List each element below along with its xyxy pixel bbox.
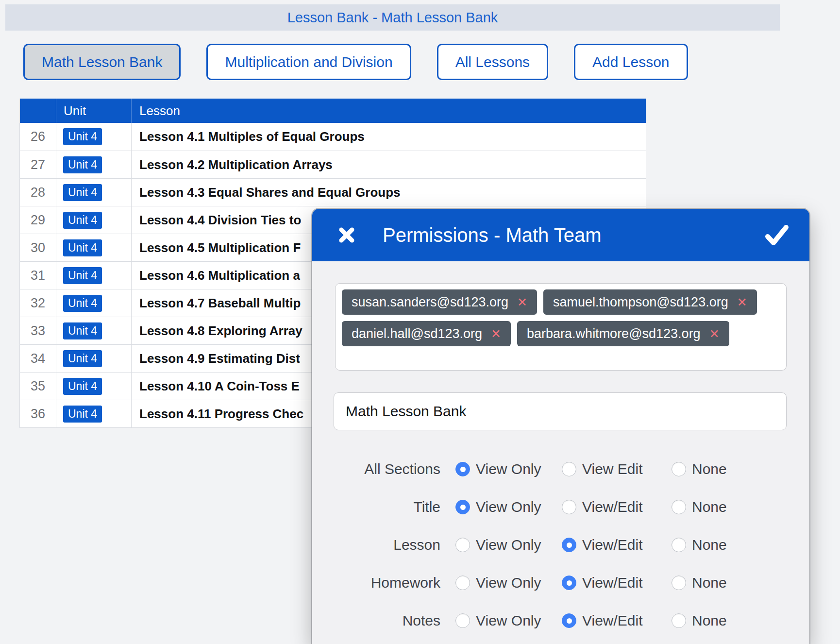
bank-name-input[interactable] — [334, 392, 787, 430]
unit-badge: Unit 4 — [63, 156, 102, 173]
permission-label: Lesson — [312, 537, 440, 553]
permission-option-title-none[interactable]: None — [672, 499, 727, 515]
unit-cell: Unit 4 — [56, 179, 132, 206]
lesson-title[interactable]: Lesson 4.3 Equal Shares and Equal Groups — [132, 179, 646, 206]
remove-email-icon[interactable]: ✕ — [491, 328, 501, 340]
permission-option-lesson-view-only[interactable]: View Only — [455, 537, 548, 553]
permission-option-lesson-none[interactable]: None — [672, 537, 727, 553]
permission-label: Title — [312, 499, 440, 515]
remove-email-icon[interactable]: ✕ — [737, 296, 747, 308]
row-number: 27 — [20, 151, 56, 178]
unit-cell: Unit 4 — [56, 373, 132, 400]
permission-option-label: View/Edit — [582, 499, 643, 515]
column-header-lesson: Lesson — [132, 99, 646, 123]
permission-row-homework: HomeworkView OnlyView/EditNone — [312, 564, 809, 602]
radio-button[interactable] — [455, 576, 470, 590]
permission-option-label: None — [692, 575, 727, 591]
radio-button[interactable] — [672, 613, 686, 628]
permission-option-notes-view-only[interactable]: View Only — [455, 612, 548, 629]
radio-button[interactable] — [562, 500, 576, 514]
permission-option-title-view-only[interactable]: View Only — [455, 499, 548, 515]
page-title: Lesson Bank - Math Lesson Bank — [287, 10, 498, 26]
permission-row-lesson: LessonView OnlyView/EditNone — [312, 526, 809, 564]
permission-option-homework-view-only[interactable]: View Only — [455, 575, 548, 591]
permission-label: Notes — [312, 612, 440, 629]
radio-button-selected[interactable] — [455, 500, 470, 514]
modal-header: Permissions - Math Team — [312, 209, 809, 261]
permission-option-homework-none[interactable]: None — [672, 575, 727, 591]
toolbar-button-add-lesson[interactable]: Add Lesson — [574, 44, 688, 80]
unit-cell: Unit 4 — [56, 345, 132, 372]
permission-option-label: View Only — [476, 612, 541, 629]
unit-cell: Unit 4 — [56, 262, 132, 289]
email-address: daniel.hall@sd123.org — [352, 326, 482, 341]
app-window: Lesson Bank - Math Lesson Bank Math Less… — [0, 0, 840, 644]
toolbar-button-all-lessons[interactable]: All Lessons — [437, 44, 548, 80]
permission-option-notes-view-edit[interactable]: View/Edit — [562, 612, 657, 629]
unit-cell: Unit 4 — [56, 234, 132, 261]
permission-option-homework-view-edit[interactable]: View/Edit — [562, 575, 657, 591]
radio-button-selected[interactable] — [562, 538, 576, 552]
email-address: barbara.whitmore@sd123.org — [527, 326, 701, 341]
permission-option-title-view-edit[interactable]: View/Edit — [562, 499, 657, 515]
confirm-checkmark-icon[interactable] — [765, 224, 789, 246]
unit-badge: Unit 4 — [63, 184, 102, 201]
modal-title: Permissions - Math Team — [383, 224, 765, 246]
permission-option-label: None — [692, 461, 727, 477]
remove-email-icon[interactable]: ✕ — [517, 296, 527, 308]
unit-cell: Unit 4 — [56, 400, 132, 427]
email-tag: susan.sanders@sd123.org✕ — [342, 289, 537, 315]
unit-cell: Unit 4 — [56, 289, 132, 317]
email-address: susan.sanders@sd123.org — [352, 295, 508, 310]
row-number: 32 — [20, 289, 56, 317]
toolbar-button-multiplication-and-division[interactable]: Multiplication and Division — [206, 44, 411, 80]
unit-badge: Unit 4 — [63, 406, 102, 423]
row-number: 35 — [20, 373, 56, 400]
permission-option-notes-none[interactable]: None — [672, 612, 727, 629]
email-tag: barbara.whitmore@sd123.org✕ — [517, 321, 729, 346]
permission-row-notes: NotesView OnlyView/EditNone — [312, 602, 809, 640]
radio-button[interactable] — [455, 538, 470, 552]
radio-button[interactable] — [672, 538, 686, 552]
remove-email-icon[interactable]: ✕ — [709, 328, 720, 340]
column-header-unit: Unit — [56, 99, 132, 123]
radio-button-selected[interactable] — [562, 613, 576, 628]
radio-button[interactable] — [672, 576, 686, 590]
permission-option-label: View Edit — [582, 461, 643, 477]
permission-label: Homework — [312, 575, 440, 591]
permission-option-all-sections-view-only[interactable]: View Only — [455, 461, 548, 477]
permission-label: All Sections — [312, 461, 440, 477]
lesson-title[interactable]: Lesson 4.2 Multiplication Arrays — [132, 151, 646, 178]
unit-badge: Unit 4 — [63, 267, 102, 284]
email-tag: samuel.thompson@sd123.org✕ — [543, 289, 757, 315]
permission-option-label: View Only — [476, 499, 541, 515]
row-number: 28 — [20, 179, 56, 206]
permission-option-lesson-view-edit[interactable]: View/Edit — [562, 537, 657, 553]
radio-button-selected[interactable] — [455, 462, 470, 476]
radio-button-selected[interactable] — [562, 576, 576, 590]
permission-row-title: TitleView OnlyView/EditNone — [312, 488, 809, 526]
permission-option-label: None — [692, 612, 727, 629]
radio-button[interactable] — [562, 462, 576, 476]
toolbar: Math Lesson BankMultiplication and Divis… — [23, 44, 688, 80]
radio-button[interactable] — [672, 500, 686, 514]
close-icon[interactable] — [337, 226, 356, 244]
toolbar-button-math-lesson-bank[interactable]: Math Lesson Bank — [23, 44, 181, 80]
radio-button[interactable] — [672, 462, 686, 476]
unit-badge: Unit 4 — [63, 378, 102, 395]
unit-badge: Unit 4 — [63, 295, 102, 312]
page-header: Lesson Bank - Math Lesson Bank — [5, 4, 780, 31]
table-row[interactable]: 26Unit 4Lesson 4.1 Multiples of Equal Gr… — [20, 123, 646, 151]
permission-option-all-sections-none[interactable]: None — [672, 461, 727, 477]
unit-badge: Unit 4 — [63, 350, 102, 367]
radio-button[interactable] — [455, 613, 470, 628]
row-number: 36 — [20, 400, 56, 427]
permission-option-label: View/Edit — [582, 575, 643, 591]
lesson-title[interactable]: Lesson 4.1 Multiples of Equal Groups — [132, 123, 646, 151]
unit-cell: Unit 4 — [56, 206, 132, 234]
table-row[interactable]: 27Unit 4Lesson 4.2 Multiplication Arrays — [20, 151, 646, 178]
row-number: 34 — [20, 345, 56, 372]
row-number: 30 — [20, 234, 56, 261]
permission-option-all-sections-view-edit[interactable]: View Edit — [562, 461, 657, 477]
table-row[interactable]: 28Unit 4Lesson 4.3 Equal Shares and Equa… — [20, 178, 646, 206]
